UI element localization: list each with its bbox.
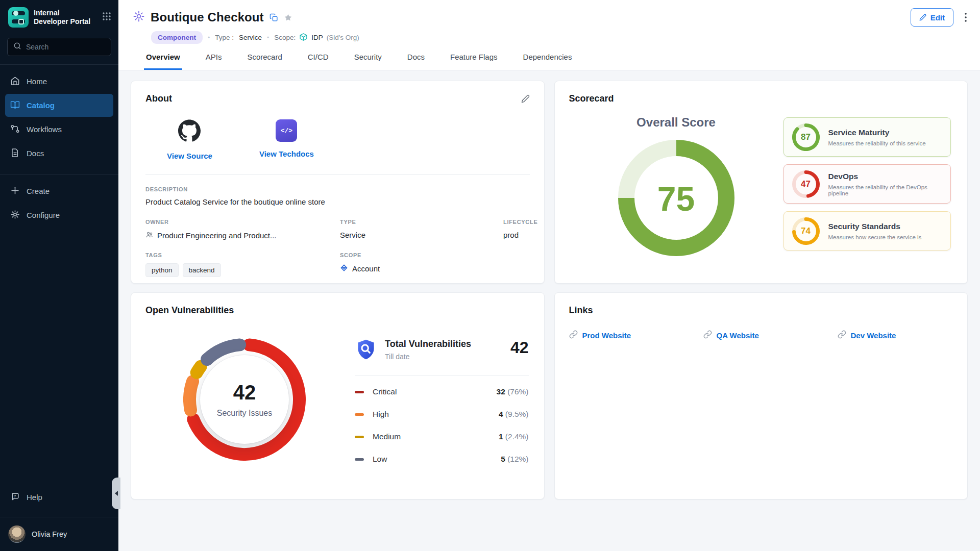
vulnerabilities-title: Open Vulnerabilities — [145, 305, 530, 316]
sidebar-item-create[interactable]: Create — [5, 180, 113, 203]
tags-label: TAGS — [145, 252, 340, 258]
avatar — [8, 525, 26, 543]
cube-icon — [299, 33, 308, 43]
vulnerabilities-card: Open Vulnerabilities 42 Security Issues — [131, 292, 545, 499]
scope-org: (Sid's Org) — [327, 34, 359, 41]
legend-row-critical: Critical 32 (76%) — [355, 381, 529, 403]
workflows-icon — [10, 124, 20, 135]
edit-button[interactable]: Edit — [911, 8, 953, 27]
link-prod-website[interactable]: Prod Website — [569, 330, 703, 340]
link-dev-website[interactable]: Dev Website — [838, 330, 953, 340]
copy-icon[interactable] — [270, 13, 278, 22]
sidebar-divider — [0, 517, 118, 517]
devops-ring: 47 — [792, 170, 820, 198]
tab-cicd[interactable]: CI/CD — [306, 53, 331, 70]
sidebar-nav: Home Catalog Workflows — [0, 70, 118, 166]
tab-security[interactable]: Security — [352, 53, 384, 70]
sidebar-item-home[interactable]: Home — [5, 70, 113, 93]
kind-badge[interactable]: Component — [151, 31, 203, 44]
service-maturity-ring: 87 — [792, 123, 820, 151]
help-icon: ? — [10, 492, 20, 503]
low-dash-icon — [355, 458, 364, 461]
sidebar-divider — [0, 64, 118, 65]
user-name: Olivia Frey — [32, 530, 67, 538]
entity-meta: Component • Type : Service • Scope: IDP … — [151, 31, 967, 44]
tag-chip[interactable]: python — [145, 263, 179, 277]
techdocs-icon: </> — [276, 119, 297, 142]
view-source-link[interactable]: View Source — [167, 119, 212, 160]
tab-docs[interactable]: Docs — [405, 53, 427, 70]
legend-row-low: Low 5 (12%) — [355, 448, 529, 470]
search-input[interactable] — [26, 43, 118, 51]
total-vulnerabilities-value: 42 — [510, 338, 529, 357]
overall-score-value: 75 — [618, 140, 734, 258]
scope-value: IDP — [311, 34, 323, 41]
sidebar-item-workflows[interactable]: Workflows — [5, 118, 113, 141]
user-menu[interactable]: Olivia Frey — [0, 519, 118, 551]
about-title: About — [145, 93, 172, 104]
scorecard-item-security-standards[interactable]: 74 Security Standards Measures how secur… — [783, 211, 951, 251]
page-title: Boutique Checkout — [151, 10, 264, 24]
links-title: Links — [569, 305, 953, 316]
tab-bar: Overview APIs Scorecard CI/CD Security D… — [133, 53, 967, 70]
sidebar-item-label: Create — [27, 187, 50, 195]
link-icon — [838, 330, 846, 340]
scorecard-item-service-maturity[interactable]: 87 Service Maturity Measures the reliabi… — [783, 117, 951, 157]
docs-icon — [10, 148, 20, 159]
chevron-left-icon — [114, 491, 118, 496]
view-techdocs-link[interactable]: </> View Techdocs — [259, 119, 314, 160]
sidebar-divider — [0, 174, 118, 174]
sidebar-item-help[interactable]: ? Help — [5, 486, 113, 509]
favorite-star-icon[interactable] — [284, 13, 292, 22]
sidebar: Internal Developer Portal Home — [0, 0, 118, 551]
apps-grid-icon[interactable] — [102, 12, 111, 23]
edit-about-pencil-icon[interactable] — [521, 94, 530, 103]
security-standards-ring: 74 — [792, 217, 820, 245]
search-icon — [13, 42, 21, 52]
security-issues-count: 42 — [233, 381, 256, 404]
tab-scorecard[interactable]: Scorecard — [245, 53, 284, 70]
home-icon — [10, 76, 20, 87]
scorecard-title: Scorecard — [569, 93, 953, 104]
scorecard-item-devops[interactable]: 47 DevOps Measures the reliability of th… — [783, 164, 951, 204]
group-icon — [145, 231, 154, 240]
legend-row-medium: Medium 1 (2.4%) — [355, 425, 529, 448]
divider — [145, 174, 530, 175]
link-icon — [703, 330, 712, 340]
type-field-label: TYPE — [340, 219, 503, 225]
tab-feature-flags[interactable]: Feature Flags — [448, 53, 500, 70]
scope-field-label: SCOPE — [340, 252, 503, 258]
tab-dependencies[interactable]: Dependencies — [521, 53, 574, 70]
sidebar-item-label: Workflows — [27, 125, 62, 134]
svg-text:?: ? — [14, 494, 16, 498]
search-box[interactable] — [7, 38, 111, 56]
sidebar-item-label: Home — [27, 77, 47, 86]
link-qa-website[interactable]: QA Website — [703, 330, 838, 340]
app-brand: Internal Developer Portal — [0, 0, 118, 33]
app-title: Internal Developer Portal — [34, 9, 90, 27]
medium-dash-icon — [355, 436, 364, 438]
account-scope-icon — [340, 264, 348, 273]
catalog-icon — [10, 100, 20, 111]
sidebar-item-docs[interactable]: Docs — [5, 142, 113, 165]
tag-chip[interactable]: backend — [183, 263, 221, 277]
lifecycle-value: prod — [503, 231, 537, 239]
owner-link[interactable]: Product Engineering and Product... — [145, 231, 340, 240]
scorecard-card: Scorecard Overall Score 75 87 — [554, 81, 968, 284]
sidebar-item-label: Docs — [27, 149, 44, 158]
sidebar-item-catalog[interactable]: Catalog — [5, 94, 113, 117]
legend-row-high: High 4 (9.5%) — [355, 403, 529, 425]
sidebar-collapse-handle[interactable] — [112, 478, 120, 509]
tab-overview[interactable]: Overview — [144, 53, 182, 70]
about-card: About View Source </> View Techdo — [131, 81, 545, 284]
high-dash-icon — [355, 413, 364, 416]
sidebar-item-configure[interactable]: Configure — [5, 204, 113, 227]
links-card: Links Prod Website — [554, 292, 968, 499]
tab-apis[interactable]: APIs — [204, 53, 224, 70]
sidebar-actions: Create Configure — [0, 180, 118, 228]
type-value: Service — [239, 34, 262, 41]
scope-field-value: Account — [340, 264, 503, 273]
kebab-menu-icon[interactable] — [965, 13, 967, 22]
description-value: Product Catalog Service for the boutique… — [145, 197, 530, 206]
sidebar-item-label: Catalog — [27, 101, 55, 110]
